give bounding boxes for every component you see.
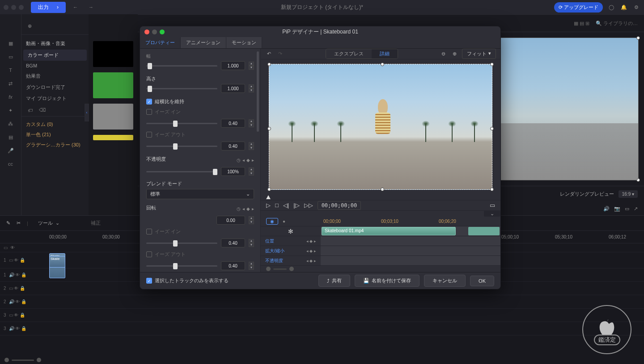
view-grid-icon[interactable]: ▦ ▤ ⊞ bbox=[574, 21, 589, 26]
gear-icon[interactable]: ⚙ bbox=[632, 4, 640, 10]
volume-icon[interactable]: 🔊 bbox=[603, 206, 610, 212]
tag-icon[interactable]: 🏷 bbox=[28, 108, 33, 113]
save-as-button[interactable]: 💾名前を付けて保存 bbox=[355, 275, 419, 287]
category-gradient[interactable]: グラデーシ…カラー (30) bbox=[21, 140, 89, 150]
collapse-panel-button[interactable]: ‹ bbox=[85, 104, 89, 121]
redo-button[interactable]: → bbox=[85, 4, 97, 10]
sidebar-item-myprojects[interactable]: マイ プロジェクト bbox=[21, 93, 89, 104]
rail-overlay-icon[interactable]: ✦ bbox=[0, 104, 21, 117]
scrub-playhead[interactable] bbox=[266, 195, 271, 199]
bell-icon[interactable]: 🔔 bbox=[620, 4, 628, 10]
modal-traffic-lights[interactable] bbox=[144, 29, 165, 34]
sidebar-item-colorboard[interactable]: カラー ボード bbox=[23, 50, 87, 61]
tools-dropdown[interactable]: ツール ⌄ bbox=[34, 218, 63, 228]
next-frame-button[interactable]: |▷ bbox=[293, 202, 299, 209]
kf-marker-chip[interactable]: ◉ bbox=[266, 218, 278, 225]
pen-tool-icon[interactable]: ✎ bbox=[6, 220, 10, 226]
stopwatch-icon[interactable]: ◷ bbox=[237, 158, 241, 163]
mode-express[interactable]: エクスプレス bbox=[326, 49, 372, 59]
fit-dropdown[interactable]: フィット▾ bbox=[462, 49, 496, 59]
search-icon[interactable]: 🔍 ライブラリの… bbox=[596, 20, 638, 27]
easeout-checkbox[interactable]: イーズ アウト bbox=[146, 131, 254, 138]
fast-forward-button[interactable]: ▷▷ bbox=[304, 202, 313, 209]
cancel-button[interactable]: キャンセル bbox=[424, 275, 466, 287]
screen-icon[interactable]: ▭ bbox=[625, 206, 629, 212]
rotation-value[interactable]: 0.00 bbox=[216, 216, 245, 225]
properties-panel[interactable]: 幅 1.000 ▲▼ 高さ 1.000 ▲▼ ✓縦横比を維持 イーズ イン 0.… bbox=[140, 49, 261, 272]
kf-clip[interactable]: Skateboard 01.mp4 bbox=[322, 227, 456, 235]
tab-animation[interactable]: アニメーション bbox=[181, 37, 226, 48]
rail-transition-icon[interactable]: ⇄ bbox=[0, 77, 21, 90]
mode-advanced[interactable]: 詳細 bbox=[372, 49, 398, 59]
output-button[interactable]: 出力› bbox=[31, 2, 66, 13]
sidebar-item-bgm[interactable]: BGM bbox=[21, 61, 89, 71]
play-button[interactable]: ▷ bbox=[266, 202, 271, 209]
width-spinner[interactable]: ▲▼ bbox=[249, 62, 254, 70]
modal-preview-canvas[interactable] bbox=[269, 64, 492, 190]
easein2-checkbox[interactable]: イーズ イン bbox=[146, 228, 254, 235]
height-value[interactable]: 1.000 bbox=[221, 84, 245, 93]
share-button[interactable]: ⤴共有 bbox=[318, 275, 350, 287]
correction-dropdown[interactable]: 補正 bbox=[87, 218, 104, 228]
sidebar-item-downloaded[interactable]: ダウンロード完了 bbox=[21, 82, 89, 93]
rail-image-icon[interactable]: ▭ bbox=[0, 50, 21, 63]
thumb-green[interactable] bbox=[93, 72, 133, 98]
show-selected-track-checkbox[interactable]: ✓選択したトラックのみを表示する bbox=[146, 277, 229, 284]
easeout-slider[interactable] bbox=[146, 146, 217, 147]
easein-value[interactable]: 0.40 bbox=[221, 119, 245, 128]
undo-button[interactable]: ← bbox=[69, 4, 81, 10]
easeout-value[interactable]: 0.40 bbox=[221, 142, 245, 151]
zoom-slider[interactable] bbox=[12, 360, 34, 361]
tab-properties[interactable]: プロパティー bbox=[140, 37, 181, 48]
account-icon[interactable]: ◯ bbox=[607, 4, 615, 10]
kf-zoom-out[interactable] bbox=[266, 267, 271, 271]
clip-icon[interactable]: ▭ bbox=[490, 202, 495, 209]
popout-icon[interactable]: ↗ bbox=[634, 206, 638, 212]
eraser-icon[interactable]: ⌫ bbox=[39, 107, 46, 113]
rail-media-icon[interactable]: ▦ bbox=[0, 37, 21, 50]
zoom-out-icon[interactable]: ⊖ bbox=[440, 51, 447, 57]
rendering-preview-label[interactable]: レンダリングプレビュー bbox=[560, 191, 614, 197]
rail-particle-icon[interactable]: ⁂ bbox=[0, 117, 21, 130]
kf-ruler[interactable]: ◉● 00;00;0000;03;1000;06;20 bbox=[261, 217, 500, 226]
cut-tool-icon[interactable]: ✂ bbox=[17, 220, 21, 226]
thumb-black[interactable] bbox=[93, 41, 133, 67]
timeline-clip-audio[interactable]: Skate bbox=[49, 256, 65, 268]
height-slider[interactable] bbox=[146, 88, 217, 89]
prev-frame-button[interactable]: ◁| bbox=[283, 202, 289, 209]
kf-diamond-icon[interactable]: ◆ bbox=[246, 158, 250, 163]
kf-row-opacity[interactable]: 不透明度 bbox=[265, 258, 283, 264]
modal-forward-button[interactable]: ↷ bbox=[276, 51, 284, 57]
stop-button[interactable]: □ bbox=[275, 202, 279, 209]
opacity-value[interactable]: 100% bbox=[221, 167, 245, 176]
video-track-icon[interactable]: ▭ bbox=[4, 245, 8, 250]
rail-template-icon[interactable]: ▤ bbox=[0, 130, 21, 144]
category-solid[interactable]: 単一色 (21) bbox=[21, 130, 89, 140]
kf-row-scale[interactable]: 拡大/縮小 bbox=[265, 248, 284, 254]
sidebar-item-sfx[interactable]: 効果音 bbox=[21, 71, 89, 82]
width-value[interactable]: 1.000 bbox=[221, 61, 245, 70]
window-traffic-lights[interactable] bbox=[4, 5, 24, 10]
kf-zoom-slider[interactable] bbox=[273, 268, 287, 270]
kf-zoom-in[interactable] bbox=[289, 267, 294, 271]
kf-track-main[interactable]: Skateboard 01.mp4 bbox=[321, 226, 500, 236]
rail-text-icon[interactable]: T bbox=[0, 63, 21, 77]
upgrade-button[interactable]: ⟳ アップグレード bbox=[554, 2, 603, 13]
ok-button[interactable]: OK bbox=[470, 276, 494, 286]
zoom-in-icon[interactable]: ⊕ bbox=[451, 51, 458, 57]
aspect-ratio-chip[interactable]: 16:9 ▾ bbox=[619, 190, 638, 198]
easein-slider[interactable] bbox=[146, 123, 217, 124]
prev-kf-icon[interactable]: ◂ bbox=[242, 158, 245, 163]
tab-motion[interactable]: モーション bbox=[226, 37, 262, 48]
rail-cc-icon[interactable]: cc bbox=[0, 157, 21, 171]
aspect-ratio-checkbox[interactable]: ✓縦横比を維持 bbox=[146, 98, 254, 105]
collapse-kf-button[interactable]: ⌄ bbox=[484, 211, 500, 217]
zoom-out-button[interactable] bbox=[4, 358, 9, 362]
height-spinner[interactable]: ▲▼ bbox=[249, 84, 254, 92]
zoom-in-button[interactable] bbox=[37, 358, 41, 362]
stopwatch-icon[interactable]: ◷ bbox=[237, 206, 241, 211]
category-custom[interactable]: カスタム (0) bbox=[21, 119, 89, 130]
snapshot-icon[interactable]: 📷 bbox=[614, 206, 620, 212]
rail-fx-icon[interactable]: fx bbox=[0, 90, 21, 104]
easein-checkbox[interactable]: イーズ イン bbox=[146, 109, 254, 115]
